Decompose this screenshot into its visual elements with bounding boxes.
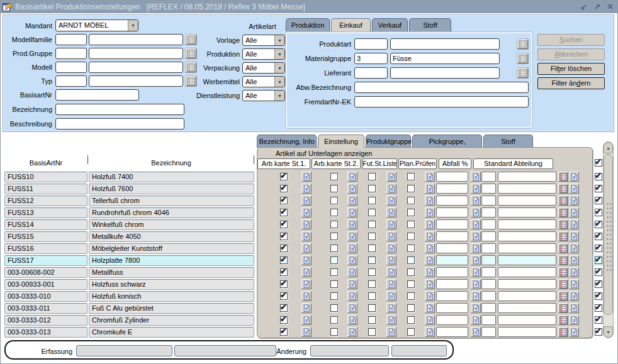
abteilung-nr-input[interactable] bbox=[481, 172, 496, 182]
cell-bezeichnung[interactable]: Metallfuss bbox=[89, 267, 254, 278]
checkbox-planpruefen[interactable] bbox=[407, 280, 415, 288]
cell-bezeichnung[interactable]: Chromkufe E bbox=[89, 327, 254, 338]
abteilung-nr-input[interactable] bbox=[481, 303, 496, 313]
row-select-checkbox[interactable] bbox=[595, 185, 602, 192]
abteilung-name-input[interactable] bbox=[498, 303, 556, 313]
copy-note-icon[interactable] bbox=[347, 219, 357, 229]
vertical-scrollbar[interactable]: ▲ ▼ bbox=[603, 141, 614, 338]
cell-bezeichnung[interactable]: Metallkufe 4050 bbox=[89, 231, 254, 242]
copy-note-icon[interactable] bbox=[471, 255, 481, 265]
copy-note-icon[interactable] bbox=[569, 207, 579, 218]
abfall-input[interactable] bbox=[436, 243, 468, 253]
copy-note-icon[interactable] bbox=[301, 172, 312, 182]
checkbox-planpruefen[interactable] bbox=[407, 292, 415, 300]
copy-note-icon[interactable] bbox=[301, 196, 312, 206]
checkbox-futstliste[interactable] bbox=[368, 173, 376, 180]
copy-note-icon[interactable] bbox=[471, 315, 481, 325]
copy-note-icon[interactable] bbox=[471, 196, 481, 206]
cell-basisartnr[interactable]: 003-00933-001 bbox=[4, 279, 87, 290]
copy-note-icon[interactable] bbox=[471, 291, 481, 301]
abteilung-nr-input[interactable] bbox=[481, 219, 496, 229]
lov-button[interactable] bbox=[558, 327, 568, 337]
copy-note-icon[interactable] bbox=[347, 243, 357, 253]
lov-button[interactable] bbox=[558, 231, 568, 241]
cell-bezeichnung[interactable]: Holzplatte 7800 bbox=[89, 255, 254, 266]
lov-button[interactable] bbox=[558, 243, 568, 253]
checkbox-futstliste[interactable] bbox=[368, 268, 376, 276]
checkbox-futstliste[interactable] bbox=[368, 209, 376, 216]
abfall-input[interactable] bbox=[436, 219, 468, 229]
checkbox-futstliste[interactable] bbox=[368, 221, 376, 228]
cell-basisartnr[interactable]: FUSS14 bbox=[4, 219, 87, 230]
copy-note-icon[interactable] bbox=[471, 231, 481, 241]
copy-note-icon[interactable] bbox=[471, 207, 481, 218]
copy-note-icon[interactable] bbox=[569, 243, 579, 253]
copy-note-icon[interactable] bbox=[301, 279, 312, 289]
copy-note-icon[interactable] bbox=[386, 327, 396, 337]
checkbox-arbkarte-st1[interactable] bbox=[280, 256, 288, 264]
checkbox-planpruefen[interactable] bbox=[407, 209, 415, 216]
copy-note-icon[interactable] bbox=[425, 315, 435, 325]
cell-basisartnr[interactable]: FUSS16 bbox=[4, 243, 87, 254]
cell-basisartnr[interactable]: 003-00608-002 bbox=[4, 267, 87, 278]
checkbox-arbkarte-st1[interactable] bbox=[280, 233, 288, 240]
copy-note-icon[interactable] bbox=[425, 219, 435, 229]
abfall-input[interactable] bbox=[436, 231, 468, 241]
copy-note-icon[interactable] bbox=[471, 184, 481, 194]
copy-note-icon[interactable] bbox=[471, 327, 481, 337]
copy-note-icon[interactable] bbox=[301, 327, 312, 337]
row-select-checkbox[interactable] bbox=[595, 304, 602, 312]
cell-basisartnr[interactable]: FUSS13 bbox=[4, 207, 87, 218]
checkbox-arbkarte-st1[interactable] bbox=[280, 185, 288, 192]
abfall-input[interactable] bbox=[436, 196, 468, 206]
checkbox-futstliste[interactable] bbox=[368, 292, 376, 300]
cell-basisartnr[interactable]: FUSS10 bbox=[4, 172, 87, 182]
copy-note-icon[interactable] bbox=[347, 291, 357, 301]
checkbox-futstliste[interactable] bbox=[368, 245, 376, 252]
copy-note-icon[interactable] bbox=[569, 315, 579, 325]
copy-note-icon[interactable] bbox=[569, 303, 579, 313]
abteilung-name-input[interactable] bbox=[498, 196, 556, 206]
abteilung-name-input[interactable] bbox=[498, 243, 556, 253]
abfall-input[interactable] bbox=[436, 267, 468, 277]
abfall-input[interactable] bbox=[436, 255, 468, 265]
abfall-input[interactable] bbox=[436, 184, 468, 194]
cell-basisartnr[interactable]: FUSS15 bbox=[4, 231, 87, 242]
checkbox-arbkarte-st2[interactable] bbox=[330, 328, 338, 336]
checkbox-arbkarte-st1[interactable] bbox=[280, 209, 288, 216]
cell-basisartnr[interactable]: FUSS17 bbox=[4, 255, 87, 266]
lov-button[interactable] bbox=[558, 291, 568, 301]
copy-note-icon[interactable] bbox=[425, 291, 435, 301]
copy-note-icon[interactable] bbox=[425, 267, 435, 277]
abteilung-name-input[interactable] bbox=[498, 219, 556, 229]
copy-note-icon[interactable] bbox=[569, 219, 579, 229]
copy-note-icon[interactable] bbox=[569, 327, 579, 337]
copy-note-icon[interactable] bbox=[569, 267, 579, 277]
copy-note-icon[interactable] bbox=[425, 303, 435, 313]
abteilung-nr-input[interactable] bbox=[481, 196, 496, 206]
copy-note-icon[interactable] bbox=[301, 267, 312, 277]
abfall-input[interactable] bbox=[436, 327, 468, 337]
copy-note-icon[interactable] bbox=[386, 291, 396, 301]
checkbox-arbkarte-st2[interactable] bbox=[330, 173, 338, 180]
copy-note-icon[interactable] bbox=[471, 267, 481, 277]
tab-einstellung[interactable]: Einstellung bbox=[318, 135, 364, 148]
copy-note-icon[interactable] bbox=[347, 184, 357, 194]
checkbox-arbkarte-st1[interactable] bbox=[280, 328, 288, 336]
abteilung-name-input[interactable] bbox=[498, 315, 556, 325]
copy-note-icon[interactable] bbox=[386, 303, 396, 313]
checkbox-planpruefen[interactable] bbox=[407, 316, 415, 324]
copy-note-icon[interactable] bbox=[569, 231, 579, 241]
lov-button[interactable] bbox=[558, 184, 568, 194]
checkbox-planpruefen[interactable] bbox=[407, 256, 415, 264]
checkbox-arbkarte-st2[interactable] bbox=[330, 233, 338, 240]
cell-basisartnr[interactable]: FUSS12 bbox=[4, 196, 87, 206]
copy-note-icon[interactable] bbox=[386, 184, 396, 194]
abteilung-nr-input[interactable] bbox=[481, 291, 496, 301]
lov-button[interactable] bbox=[558, 315, 568, 325]
copy-note-icon[interactable] bbox=[347, 267, 357, 277]
checkbox-arbkarte-st2[interactable] bbox=[330, 209, 338, 216]
abteilung-name-input[interactable] bbox=[498, 291, 556, 301]
cell-bezeichnung[interactable]: Winkelfuß chrom bbox=[89, 219, 254, 230]
lov-button[interactable] bbox=[558, 279, 568, 289]
